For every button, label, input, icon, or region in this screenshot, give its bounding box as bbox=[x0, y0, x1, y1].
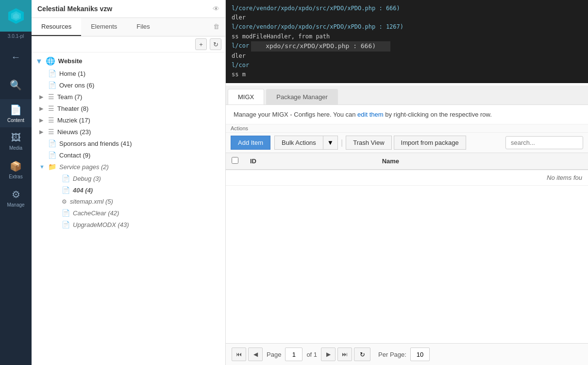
media-icon: 🖼 bbox=[11, 132, 21, 143]
globe-icon: 🌐 bbox=[46, 56, 55, 66]
error-line-6: dler bbox=[232, 52, 582, 61]
tree-item-sponsors[interactable]: 📄 Sponsors and friends (41) bbox=[35, 138, 225, 149]
trash-view-button[interactable]: Trash View bbox=[346, 136, 391, 150]
tree-collapse-icon: ▼ bbox=[35, 57, 43, 65]
select-all-checkbox[interactable] bbox=[232, 157, 238, 164]
tree-item-team[interactable]: ▶ ☰ Team (7) bbox=[35, 91, 225, 103]
error-line-5: l/cor xpdo/src/xPDO/xPDO.php : 666) bbox=[232, 41, 582, 52]
col-name-header: Name bbox=[376, 153, 588, 170]
sidebar-media-btn[interactable]: 🖼 Media bbox=[0, 127, 32, 156]
page-prev-button[interactable]: ◀ bbox=[248, 348, 263, 361]
manager-tab-bar: Resources Elements Files 🗑 bbox=[32, 18, 225, 36]
migx-table-container: ID Name No items fou bbox=[226, 153, 588, 343]
page-icon-contact: 📄 bbox=[48, 151, 56, 159]
sidebar-search-btn[interactable]: 🔍 bbox=[0, 71, 32, 99]
import-from-package-button[interactable]: Import from package bbox=[394, 136, 466, 150]
tree-refresh-btn[interactable]: ↻ bbox=[210, 38, 221, 50]
page-icon-debug: 📄 bbox=[62, 174, 70, 182]
page-last-button[interactable]: ⏭ bbox=[337, 348, 352, 361]
tree-item-contact[interactable]: 📄 Contact (9) bbox=[35, 149, 225, 161]
tab-trash-icon[interactable]: 🗑 bbox=[207, 18, 225, 36]
sidebar-extras-btn[interactable]: 📦 Extras bbox=[0, 156, 32, 184]
tree-root-label: Website bbox=[58, 57, 83, 65]
tree-label-muziek: Muziek (17) bbox=[57, 117, 90, 124]
migx-search-input[interactable] bbox=[505, 136, 583, 149]
tree-item-debug[interactable]: 📄 Debug (3) bbox=[35, 173, 225, 184]
page-number-input[interactable] bbox=[285, 348, 302, 361]
list-icon-theater: ☰ bbox=[48, 104, 54, 112]
sidebar-back-btn[interactable]: ← bbox=[0, 43, 32, 71]
error-line-7: l/cor bbox=[232, 61, 582, 70]
migx-table-head: ID Name bbox=[226, 153, 588, 170]
tree-add-btn[interactable]: + bbox=[195, 38, 207, 50]
manage-icon: ⚙ bbox=[12, 189, 20, 200]
per-page-input[interactable] bbox=[410, 348, 430, 361]
page-label: Page bbox=[267, 351, 281, 358]
refresh-button[interactable]: ↻ bbox=[354, 348, 370, 361]
extras-label: Extras bbox=[9, 174, 22, 179]
tree-label-service-pages: Service pages (2) bbox=[59, 163, 109, 171]
error-overlay: l/core/vendor/xpdo/xpdo/src/xPDO/xPDO.ph… bbox=[226, 0, 588, 83]
content-label: Content bbox=[7, 118, 24, 123]
tree-label-404: 404 (4) bbox=[73, 187, 93, 194]
list-icon-team: ☰ bbox=[48, 93, 54, 101]
sidebar-content-btn[interactable]: 📄 Content bbox=[0, 99, 32, 127]
bulk-actions-button[interactable]: Bulk Actions bbox=[274, 136, 323, 150]
page-first-button[interactable]: ⏮ bbox=[232, 348, 246, 361]
tree-label-upgrademodx: UpgradeMODX (43) bbox=[73, 221, 129, 228]
migx-info-text: Manage your MIGX - Configs here. You can bbox=[234, 111, 355, 118]
folder-icon-service-pages: 📁 bbox=[48, 163, 56, 171]
tree-toolbar: + ↻ bbox=[32, 36, 225, 52]
migx-tabs: MIGX Package Manager bbox=[226, 86, 588, 105]
tree-item-cacheclear[interactable]: 📄 CacheClear (42) bbox=[35, 207, 225, 219]
manager-header: Celestial Mekaniks vzw 👁 bbox=[32, 0, 225, 18]
migx-pagination: ⏮ ◀ Page of 1 ▶ ⏭ ↻ Per Page: bbox=[226, 343, 588, 365]
migx-actions-header: Actions bbox=[226, 124, 588, 133]
page-icon-home: 📄 bbox=[48, 70, 56, 77]
tree-item-nieuws[interactable]: ▶ ☰ Nieuws (23) bbox=[35, 126, 225, 138]
tree-label-team: Team (7) bbox=[57, 93, 82, 101]
tree-label-cacheclear: CacheClear (42) bbox=[73, 209, 119, 217]
migx-tab-migx[interactable]: MIGX bbox=[228, 89, 264, 104]
migx-table: ID Name No items fou bbox=[226, 153, 588, 186]
bulk-actions-dropdown[interactable]: ▼ bbox=[323, 136, 338, 150]
tree-label-over-ons: Over ons (6) bbox=[59, 82, 94, 89]
per-page-label: Per Page: bbox=[378, 351, 406, 358]
tree-item-sitemap[interactable]: ⚙ sitemap.xml (5) bbox=[35, 196, 225, 207]
tree-label-sitemap: sitemap.xml (5) bbox=[70, 198, 113, 205]
media-label: Media bbox=[9, 145, 22, 151]
page-icon-404: 📄 bbox=[62, 186, 70, 194]
tree-item-upgrademodx[interactable]: 📄 UpgradeMODX (43) bbox=[35, 219, 225, 230]
tree-item-service-pages[interactable]: ▼ 📁 Service pages (2) bbox=[35, 161, 225, 173]
tree-item-muziek[interactable]: ▶ ☰ Muziek (17) bbox=[35, 114, 225, 126]
app-version: 3.0.1-pl bbox=[8, 34, 24, 39]
tab-files[interactable]: Files bbox=[127, 18, 159, 36]
migx-table-body: No items fou bbox=[226, 170, 588, 186]
tree-item-theater[interactable]: ▶ ☰ Theater (8) bbox=[35, 103, 225, 114]
add-item-button[interactable]: Add Item bbox=[231, 136, 270, 150]
migx-tab-package-manager[interactable]: Package Manager bbox=[266, 89, 338, 104]
tree-container: ▼ 🌐 Website 📄 Home (1) 📄 Over ons (6) ▶ … bbox=[32, 52, 225, 365]
tree-item-404[interactable]: 📄 404 (4) bbox=[35, 184, 225, 196]
tree-item-home[interactable]: 📄 Home (1) bbox=[35, 68, 225, 79]
page-icon-cacheclear: 📄 bbox=[62, 209, 70, 217]
logo-icon bbox=[7, 7, 25, 25]
migx-info-bar: Manage your MIGX - Configs here. You can… bbox=[226, 105, 588, 124]
extras-icon: 📦 bbox=[10, 160, 22, 172]
tab-resources[interactable]: Resources bbox=[32, 18, 81, 36]
app-logo[interactable] bbox=[0, 0, 32, 32]
page-icon-sitemap: ⚙ bbox=[62, 198, 67, 205]
migx-info-link[interactable]: edit them bbox=[357, 111, 383, 118]
sidebar: 3.0.1-pl ← 🔍 📄 Content 🖼 Media 📦 Extras … bbox=[0, 0, 32, 365]
tree-item-over-ons[interactable]: 📄 Over ons (6) bbox=[35, 79, 225, 91]
page-next-button[interactable]: ▶ bbox=[321, 348, 336, 361]
visibility-icon[interactable]: 👁 bbox=[213, 5, 219, 13]
tree-root[interactable]: ▼ 🌐 Website bbox=[32, 54, 225, 68]
tab-elements[interactable]: Elements bbox=[81, 18, 127, 36]
error-line-4: ss modFileHandler, from path bbox=[232, 32, 582, 41]
chevron-down-icon: ▼ bbox=[327, 139, 334, 146]
sidebar-manage-btn[interactable]: ⚙ Manage bbox=[0, 184, 32, 212]
migx-no-items-text: No items fou bbox=[226, 170, 588, 186]
tree-label-home: Home (1) bbox=[59, 70, 85, 77]
col-id-header: ID bbox=[244, 153, 376, 170]
